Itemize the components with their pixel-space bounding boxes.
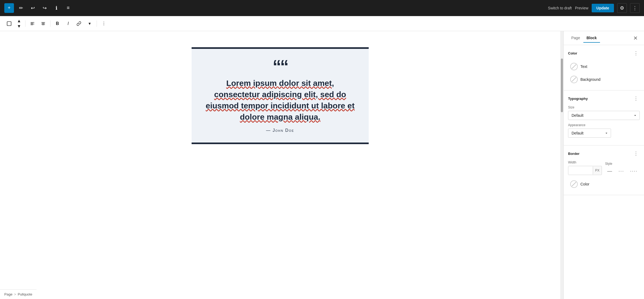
color-section-title: Color <box>568 51 577 55</box>
border-more-button[interactable]: ⋮ <box>632 150 640 157</box>
move-down-button[interactable]: ▼ <box>15 24 23 29</box>
appearance-field: Appearance Default Thin Light Normal Bol… <box>568 123 640 138</box>
add-block-button[interactable]: + <box>4 3 14 13</box>
color-more-button[interactable]: ⋮ <box>632 49 640 57</box>
no-bg-color-slash <box>572 77 576 82</box>
border-row: Width PX Style — ··· ···· <box>568 161 640 175</box>
border-dotted-button[interactable]: ···· <box>628 167 640 175</box>
border-solid-button[interactable]: — <box>605 167 615 175</box>
border-color-label: Color <box>580 182 589 186</box>
move-up-button[interactable]: ▲ <box>15 19 23 23</box>
scrollbar-track[interactable] <box>560 31 564 299</box>
toolbar-separator-2 <box>50 20 50 27</box>
link-dropdown-button[interactable]: ▾ <box>85 19 94 28</box>
switch-to-draft-button[interactable]: Switch to draft <box>548 6 572 10</box>
appearance-label: Appearance <box>568 123 640 127</box>
pullquote-block[interactable]: ““ Lorem ipsum dolor sit amet, consectet… <box>192 47 369 144</box>
typography-section-title: Typography <box>568 97 588 101</box>
undo-button[interactable]: ↩ <box>28 3 38 13</box>
border-width-input[interactable] <box>568 166 593 175</box>
bold-button[interactable]: B <box>53 19 62 28</box>
svg-rect-4 <box>31 24 33 25</box>
border-dashed-button[interactable]: ··· <box>616 167 626 175</box>
svg-rect-8 <box>42 24 45 25</box>
size-select[interactable]: Default Small Medium Large X-Large <box>568 111 640 120</box>
edit-tool-button[interactable]: ✏ <box>16 3 26 13</box>
appearance-select[interactable]: Default Thin Light Normal Bold <box>568 129 611 138</box>
italic-button[interactable]: I <box>63 19 73 28</box>
svg-rect-6 <box>42 23 45 23</box>
breadcrumb: Page > Pullquote <box>0 289 36 299</box>
text-color-circle <box>570 63 578 70</box>
svg-rect-7 <box>41 24 45 24</box>
editor-area: ““ Lorem ipsum dolor sit amet, consectet… <box>0 31 560 299</box>
background-color-label: Background <box>580 77 601 82</box>
border-color-item[interactable]: Color <box>568 178 640 191</box>
border-section-title: Border <box>568 152 580 156</box>
border-input-wrap: PX <box>568 166 602 175</box>
block-type-button[interactable] <box>4 19 14 28</box>
breadcrumb-page[interactable]: Page <box>4 292 12 296</box>
top-toolbar-left: + ✏ ↩ ↪ ℹ ≡ <box>4 3 73 13</box>
border-section-header: Border ⋮ <box>568 150 640 157</box>
update-button[interactable]: Update <box>592 4 614 12</box>
svg-rect-1 <box>31 22 34 23</box>
border-style-buttons: — ··· ···· <box>605 167 640 175</box>
no-color-slash <box>572 64 576 69</box>
svg-rect-0 <box>7 21 11 25</box>
info-button[interactable]: ℹ <box>52 3 61 13</box>
pullquote-text[interactable]: Lorem ipsum dolor sit amet, consectetur … <box>204 78 356 123</box>
background-color-circle <box>570 76 578 83</box>
panel-tabs: Page Block ✕ <box>564 31 644 45</box>
typography-section: Typography ⋮ Size Default Small Medium L… <box>564 90 644 145</box>
color-section-header: Color ⋮ <box>568 49 640 57</box>
svg-rect-5 <box>41 22 45 23</box>
tab-block[interactable]: Block <box>583 34 600 43</box>
border-unit: PX <box>593 166 602 174</box>
scrollbar-thumb[interactable] <box>561 59 563 112</box>
color-section: Color ⋮ Text Background <box>564 45 644 90</box>
list-view-button[interactable]: ≡ <box>63 3 73 13</box>
settings-button[interactable]: ⚙ <box>617 3 627 13</box>
right-panel: Page Block ✕ Color ⋮ Text Background <box>564 31 644 299</box>
align-left-button[interactable] <box>28 19 37 28</box>
border-color-circle <box>570 180 578 188</box>
size-field: Size Default Small Medium Large X-Large <box>568 105 640 120</box>
size-label: Size <box>568 105 640 109</box>
svg-rect-3 <box>31 24 34 24</box>
link-button[interactable] <box>74 19 84 28</box>
main-layout: ““ Lorem ipsum dolor sit amet, consectet… <box>0 31 644 299</box>
breadcrumb-separator: > <box>14 292 16 296</box>
no-border-color-slash <box>572 182 576 187</box>
more-options-button[interactable]: ⋮ <box>630 3 640 13</box>
text-color-item[interactable]: Text <box>568 60 640 73</box>
pullquote-marks: ““ <box>273 60 288 73</box>
block-more-button[interactable]: ⋮ <box>99 19 109 28</box>
breadcrumb-current[interactable]: Pullquote <box>18 292 32 296</box>
text-color-label: Text <box>580 64 587 69</box>
panel-close-button[interactable]: ✕ <box>631 34 640 42</box>
border-width-field: Width PX <box>568 161 602 175</box>
pullquote-cite[interactable]: — John Doe <box>266 128 294 133</box>
typography-more-button[interactable]: ⋮ <box>632 95 640 102</box>
typography-section-header: Typography ⋮ <box>568 95 640 102</box>
block-toolbar: ▲ ▼ B I ▾ ⋮ <box>0 16 644 31</box>
background-color-item[interactable]: Background <box>568 73 640 86</box>
align-center-button[interactable] <box>38 19 48 28</box>
toolbar-separator-1 <box>25 20 25 27</box>
border-section: Border ⋮ Width PX Style — ··· ···· <box>564 145 644 195</box>
border-width-label: Width <box>568 161 602 164</box>
toolbar-separator-3 <box>97 20 97 27</box>
tab-page[interactable]: Page <box>568 34 583 43</box>
preview-button[interactable]: Preview <box>575 6 588 10</box>
redo-button[interactable]: ↪ <box>40 3 49 13</box>
top-toolbar: + ✏ ↩ ↪ ℹ ≡ Switch to draft Preview Upda… <box>0 0 644 16</box>
svg-rect-2 <box>31 23 33 23</box>
top-toolbar-right: Switch to draft Preview Update ⚙ ⋮ <box>548 3 640 13</box>
border-style-field: Style — ··· ···· <box>605 162 640 175</box>
border-style-label: Style <box>605 162 640 166</box>
